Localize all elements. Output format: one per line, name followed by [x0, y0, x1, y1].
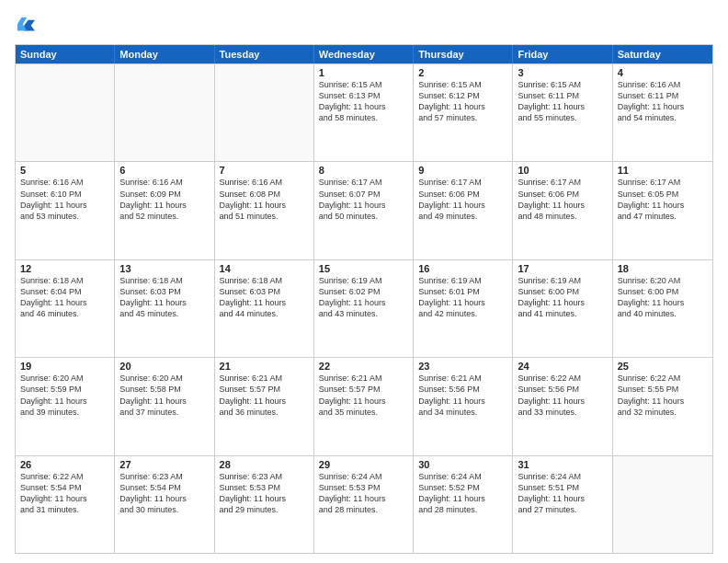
cell-info: Sunrise: 6:15 AMSunset: 6:11 PMDaylight:… — [518, 79, 607, 124]
day-number: 24 — [518, 361, 607, 372]
day-number: 9 — [418, 165, 507, 176]
cell-info: Sunrise: 6:18 AMSunset: 6:04 PMDaylight:… — [20, 275, 109, 320]
cal-header-day: Tuesday — [215, 45, 314, 63]
calendar-cell: 11Sunrise: 6:17 AMSunset: 6:05 PMDayligh… — [613, 162, 712, 259]
calendar-cell: 14Sunrise: 6:18 AMSunset: 6:03 PMDayligh… — [215, 260, 314, 357]
cell-info: Sunrise: 6:17 AMSunset: 6:07 PMDaylight:… — [319, 177, 408, 222]
cell-info: Sunrise: 6:24 AMSunset: 5:51 PMDaylight:… — [518, 471, 607, 516]
cell-info: Sunrise: 6:24 AMSunset: 5:53 PMDaylight:… — [319, 471, 408, 516]
cell-info: Sunrise: 6:20 AMSunset: 6:00 PMDaylight:… — [618, 275, 708, 320]
day-number: 17 — [518, 263, 607, 274]
calendar-cell — [215, 64, 314, 161]
calendar-cell: 21Sunrise: 6:21 AMSunset: 5:57 PMDayligh… — [215, 358, 314, 454]
cal-header-day: Friday — [513, 45, 612, 63]
day-number: 31 — [518, 459, 607, 470]
cell-info: Sunrise: 6:16 AMSunset: 6:08 PMDaylight:… — [220, 177, 309, 222]
day-number: 25 — [618, 361, 708, 372]
cell-info: Sunrise: 6:22 AMSunset: 5:54 PMDaylight:… — [20, 471, 109, 516]
day-number: 12 — [20, 263, 109, 274]
day-number: 21 — [220, 361, 309, 372]
calendar-row: 26Sunrise: 6:22 AMSunset: 5:54 PMDayligh… — [16, 455, 712, 553]
page: SundayMondayTuesdayWednesdayThursdayFrid… — [0, 0, 728, 563]
calendar-cell: 25Sunrise: 6:22 AMSunset: 5:55 PMDayligh… — [613, 358, 712, 454]
calendar-cell: 7Sunrise: 6:16 AMSunset: 6:08 PMDaylight… — [215, 162, 314, 259]
calendar-row: 5Sunrise: 6:16 AMSunset: 6:10 PMDaylight… — [16, 161, 712, 259]
cell-info: Sunrise: 6:18 AMSunset: 6:03 PMDaylight:… — [220, 275, 309, 320]
cell-info: Sunrise: 6:24 AMSunset: 5:52 PMDaylight:… — [418, 471, 507, 516]
cell-info: Sunrise: 6:17 AMSunset: 6:05 PMDaylight:… — [618, 177, 708, 222]
cell-info: Sunrise: 6:22 AMSunset: 5:55 PMDaylight:… — [618, 373, 708, 418]
calendar-body: 1Sunrise: 6:15 AMSunset: 6:13 PMDaylight… — [16, 63, 712, 553]
cal-header-day: Sunday — [16, 45, 115, 63]
day-number: 19 — [20, 361, 109, 372]
calendar-cell: 4Sunrise: 6:16 AMSunset: 6:11 PMDaylight… — [613, 64, 712, 161]
cell-info: Sunrise: 6:21 AMSunset: 5:56 PMDaylight:… — [418, 373, 507, 418]
cell-info: Sunrise: 6:23 AMSunset: 5:53 PMDaylight:… — [220, 471, 309, 516]
day-number: 29 — [319, 459, 408, 470]
calendar-cell: 22Sunrise: 6:21 AMSunset: 5:57 PMDayligh… — [314, 358, 414, 454]
calendar-cell: 6Sunrise: 6:16 AMSunset: 6:09 PMDaylight… — [115, 162, 214, 259]
cal-header-day: Monday — [115, 45, 214, 63]
calendar-cell: 29Sunrise: 6:24 AMSunset: 5:53 PMDayligh… — [314, 456, 414, 553]
day-number: 14 — [220, 263, 309, 274]
cell-info: Sunrise: 6:17 AMSunset: 6:06 PMDaylight:… — [518, 177, 607, 222]
cal-header-day: Thursday — [414, 45, 513, 63]
calendar-cell — [613, 456, 712, 553]
day-number: 18 — [618, 263, 708, 274]
calendar-cell: 9Sunrise: 6:17 AMSunset: 6:06 PMDaylight… — [414, 162, 513, 259]
calendar-cell: 8Sunrise: 6:17 AMSunset: 6:07 PMDaylight… — [314, 162, 414, 259]
calendar-row: 1Sunrise: 6:15 AMSunset: 6:13 PMDaylight… — [16, 63, 712, 161]
cal-header-day: Wednesday — [314, 45, 414, 63]
day-number: 10 — [518, 165, 607, 176]
calendar: SundayMondayTuesdayWednesdayThursdayFrid… — [15, 44, 713, 554]
day-number: 20 — [119, 361, 209, 372]
day-number: 3 — [518, 67, 607, 78]
day-number: 28 — [220, 459, 309, 470]
calendar-cell — [16, 64, 115, 161]
calendar-cell: 20Sunrise: 6:20 AMSunset: 5:58 PMDayligh… — [115, 358, 214, 454]
day-number: 30 — [418, 459, 507, 470]
cell-info: Sunrise: 6:15 AMSunset: 6:12 PMDaylight:… — [418, 79, 507, 124]
calendar-cell: 13Sunrise: 6:18 AMSunset: 6:03 PMDayligh… — [115, 260, 214, 357]
calendar-cell: 27Sunrise: 6:23 AMSunset: 5:54 PMDayligh… — [115, 456, 214, 553]
cell-info: Sunrise: 6:19 AMSunset: 6:01 PMDaylight:… — [418, 275, 507, 320]
cell-info: Sunrise: 6:21 AMSunset: 5:57 PMDaylight:… — [220, 373, 309, 418]
day-number: 1 — [319, 67, 408, 78]
calendar-row: 19Sunrise: 6:20 AMSunset: 5:59 PMDayligh… — [16, 357, 712, 454]
calendar-cell: 28Sunrise: 6:23 AMSunset: 5:53 PMDayligh… — [215, 456, 314, 553]
calendar-cell: 17Sunrise: 6:19 AMSunset: 6:00 PMDayligh… — [513, 260, 612, 357]
day-number: 13 — [119, 263, 209, 274]
day-number: 16 — [418, 263, 507, 274]
calendar-cell: 2Sunrise: 6:15 AMSunset: 6:12 PMDaylight… — [414, 64, 513, 161]
cell-info: Sunrise: 6:15 AMSunset: 6:13 PMDaylight:… — [319, 79, 408, 124]
cell-info: Sunrise: 6:17 AMSunset: 6:06 PMDaylight:… — [418, 177, 507, 222]
calendar-cell: 26Sunrise: 6:22 AMSunset: 5:54 PMDayligh… — [16, 456, 115, 553]
calendar-cell: 30Sunrise: 6:24 AMSunset: 5:52 PMDayligh… — [414, 456, 513, 553]
day-number: 11 — [618, 165, 708, 176]
day-number: 4 — [618, 67, 708, 78]
calendar-cell: 1Sunrise: 6:15 AMSunset: 6:13 PMDaylight… — [314, 64, 414, 161]
calendar-cell: 19Sunrise: 6:20 AMSunset: 5:59 PMDayligh… — [16, 358, 115, 454]
cell-info: Sunrise: 6:22 AMSunset: 5:56 PMDaylight:… — [518, 373, 607, 418]
calendar-cell: 16Sunrise: 6:19 AMSunset: 6:01 PMDayligh… — [414, 260, 513, 357]
day-number: 23 — [418, 361, 507, 372]
day-number: 15 — [319, 263, 408, 274]
header — [15, 15, 713, 35]
calendar-cell: 12Sunrise: 6:18 AMSunset: 6:04 PMDayligh… — [16, 260, 115, 357]
cell-info: Sunrise: 6:16 AMSunset: 6:11 PMDaylight:… — [618, 79, 708, 124]
calendar-cell: 3Sunrise: 6:15 AMSunset: 6:11 PMDaylight… — [513, 64, 612, 161]
calendar-cell: 15Sunrise: 6:19 AMSunset: 6:02 PMDayligh… — [314, 260, 414, 357]
cell-info: Sunrise: 6:16 AMSunset: 6:09 PMDaylight:… — [119, 177, 209, 222]
logo-icon — [15, 15, 35, 35]
cal-header-day: Saturday — [613, 45, 712, 63]
cell-info: Sunrise: 6:20 AMSunset: 5:59 PMDaylight:… — [20, 373, 109, 418]
calendar-cell: 5Sunrise: 6:16 AMSunset: 6:10 PMDaylight… — [16, 162, 115, 259]
cell-info: Sunrise: 6:20 AMSunset: 5:58 PMDaylight:… — [119, 373, 209, 418]
day-number: 8 — [319, 165, 408, 176]
calendar-cell: 10Sunrise: 6:17 AMSunset: 6:06 PMDayligh… — [513, 162, 612, 259]
cell-info: Sunrise: 6:19 AMSunset: 6:00 PMDaylight:… — [518, 275, 607, 320]
calendar-row: 12Sunrise: 6:18 AMSunset: 6:04 PMDayligh… — [16, 259, 712, 357]
day-number: 22 — [319, 361, 408, 372]
day-number: 27 — [119, 459, 209, 470]
day-number: 2 — [418, 67, 507, 78]
